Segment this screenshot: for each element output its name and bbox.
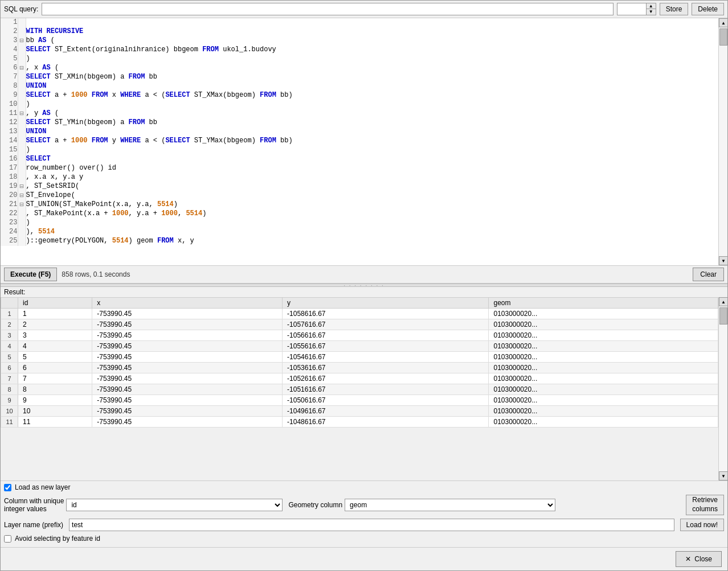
close-icon: ✕: [685, 555, 691, 563]
code-content[interactable]: SELECT: [26, 155, 718, 164]
code-content[interactable]: , x.a x, y.a y: [26, 173, 718, 182]
code-content[interactable]: ST_UNION(ST_MakePoint(x.a, y.a, 5514): [26, 200, 718, 209]
table-row[interactable]: 66-753990.45-1053616.670103000020...: [1, 363, 718, 373]
code-content[interactable]: UNION: [26, 82, 718, 91]
sql-limit-input[interactable]: [617, 3, 646, 15]
line-number: 5: [1, 55, 18, 64]
code-content[interactable]: UNION: [26, 128, 718, 137]
line-number: 10: [1, 100, 18, 109]
load-as-new-layer-checkbox[interactable]: [4, 484, 11, 491]
code-content[interactable]: , ST_SetSRID(: [26, 182, 718, 191]
code-content[interactable]: ), 5514: [26, 228, 718, 237]
table-row[interactable]: 99-753990.45-1050616.670103000020...: [1, 395, 718, 406]
line-number: 21: [1, 200, 18, 209]
table-row[interactable]: 1010-753990.45-1049616.670103000020...: [1, 406, 718, 417]
cell-geom: 0103000020...: [489, 330, 718, 341]
row-number-cell: 7: [1, 373, 18, 384]
code-content[interactable]: [26, 18, 718, 27]
code-line: 20⊟ ST_Envelope(: [1, 191, 718, 200]
table-row[interactable]: 77-753990.45-1052616.670103000020...: [1, 373, 718, 384]
code-content[interactable]: ): [26, 100, 718, 109]
fold-icon: [18, 137, 26, 146]
avoid-feature-id-checkbox[interactable]: [4, 535, 11, 543]
code-content[interactable]: ): [26, 146, 718, 155]
geometry-column-select[interactable]: geom: [345, 499, 555, 511]
fold-icon[interactable]: ⊟: [18, 64, 26, 73]
code-content[interactable]: ): [26, 219, 718, 228]
table-scroll-up-button[interactable]: ▲: [719, 297, 727, 306]
editor-vscrollbar[interactable]: ▲ ▼: [718, 18, 727, 265]
code-content[interactable]: ST_Envelope(: [26, 191, 718, 200]
code-content[interactable]: , y AS (: [26, 109, 718, 118]
cell-y: -1057616.67: [283, 319, 489, 330]
delete-button[interactable]: Delete: [692, 3, 724, 15]
load-layer-row: Load as new layer: [4, 483, 724, 491]
clear-button[interactable]: Clear: [693, 268, 724, 281]
table-row[interactable]: 22-753990.45-1057616.670103000020...: [1, 319, 718, 330]
code-content[interactable]: SELECT a + 1000 FROM y WHERE a < (SELECT…: [26, 137, 718, 146]
fold-icon[interactable]: ⊟: [18, 109, 26, 118]
cell-id: 6: [18, 363, 92, 373]
fold-icon[interactable]: ⊟: [18, 36, 26, 46]
code-content[interactable]: bb AS (: [26, 36, 718, 46]
execute-button[interactable]: Execute (F5): [4, 268, 57, 281]
code-content[interactable]: row_number() over() id: [26, 164, 718, 173]
fold-icon[interactable]: ⊟: [18, 182, 26, 191]
store-button[interactable]: Store: [660, 3, 689, 15]
table-vscrollbar[interactable]: ▲ ▼: [718, 297, 727, 480]
code-content[interactable]: )::geometry(POLYGON, 5514) geom FROM x, …: [26, 237, 718, 246]
line-number: 17: [1, 164, 18, 173]
spinner-down-button[interactable]: ▼: [647, 9, 656, 15]
code-content[interactable]: WITH RECURSIVE: [26, 27, 718, 36]
load-layer-label: Load as new layer: [15, 483, 70, 491]
code-content[interactable]: SELECT ST_XMin(bbgeom) a FROM bb: [26, 73, 718, 82]
editor-scroll-track[interactable]: [719, 27, 727, 256]
cell-y: -1050616.67: [283, 395, 489, 406]
table-row[interactable]: 1111-753990.45-1048616.670103000020...: [1, 417, 718, 428]
layer-name-label: Layer name (prefix): [4, 521, 63, 529]
fold-icon: [18, 100, 26, 109]
line-number: 13: [1, 128, 18, 137]
table-scroll[interactable]: id x y geom 11-753990.45-1058616.6701030…: [1, 297, 718, 480]
editor-scroll-up-button[interactable]: ▲: [719, 18, 727, 27]
code-content[interactable]: , x AS (: [26, 64, 718, 73]
code-content[interactable]: SELECT ST_Extent(originalnihranice) bbge…: [26, 46, 718, 55]
cell-id: 1: [18, 309, 92, 319]
code-line: 10): [1, 100, 718, 109]
load-now-button[interactable]: Load now!: [680, 519, 724, 531]
code-line: 3⊟bb AS (: [1, 36, 718, 46]
cell-y: -1053616.67: [283, 363, 489, 373]
table-row[interactable]: 44-753990.45-1055616.670103000020...: [1, 341, 718, 352]
table-row[interactable]: 88-753990.45-1051616.670103000020...: [1, 384, 718, 395]
code-line: 5): [1, 55, 718, 64]
code-line: 15): [1, 146, 718, 155]
code-content[interactable]: SELECT a + 1000 FROM x WHERE a < (SELECT…: [26, 91, 718, 100]
code-content[interactable]: ): [26, 55, 718, 64]
editor-content[interactable]: 1 2WITH RECURSIVE3⊟bb AS (4 SELECT ST_Ex…: [1, 18, 718, 265]
table-row[interactable]: 55-753990.45-1054616.670103000020...: [1, 352, 718, 363]
table-scroll-track[interactable]: [719, 306, 727, 471]
editor-scroll-thumb[interactable]: [719, 28, 727, 46]
table-row[interactable]: 33-753990.45-1056616.670103000020...: [1, 330, 718, 341]
close-button[interactable]: ✕ Close: [676, 551, 722, 567]
code-content[interactable]: SELECT ST_YMin(bbgeom) a FROM bb: [26, 118, 718, 128]
spinner-up-button[interactable]: ▲: [647, 3, 656, 9]
cell-id: 8: [18, 384, 92, 395]
unique-column-select[interactable]: id: [66, 499, 283, 511]
code-content[interactable]: , ST_MakePoint(x.a + 1000, y.a + 1000, 5…: [26, 209, 718, 219]
editor-scroll-down-button[interactable]: ▼: [719, 256, 727, 265]
cell-y: -1058616.67: [283, 309, 489, 319]
retrieve-columns-button[interactable]: Retrievecolumns: [686, 495, 724, 515]
code-line: 7 SELECT ST_XMin(bbgeom) a FROM bb: [1, 73, 718, 82]
layer-name-input[interactable]: [69, 519, 674, 531]
table-scroll-down-button[interactable]: ▼: [719, 471, 727, 480]
fold-icon[interactable]: ⊟: [18, 200, 26, 209]
fold-icon[interactable]: ⊟: [18, 191, 26, 200]
sql-query-input[interactable]: [42, 3, 613, 15]
table-row[interactable]: 11-753990.45-1058616.670103000020...: [1, 309, 718, 319]
fold-icon: [18, 155, 26, 164]
col-header-geom: geom: [489, 298, 718, 309]
sql-spinner: ▲ ▼: [617, 3, 656, 15]
table-scroll-thumb[interactable]: [719, 307, 727, 324]
code-line: 14 SELECT a + 1000 FROM y WHERE a < (SEL…: [1, 137, 718, 146]
